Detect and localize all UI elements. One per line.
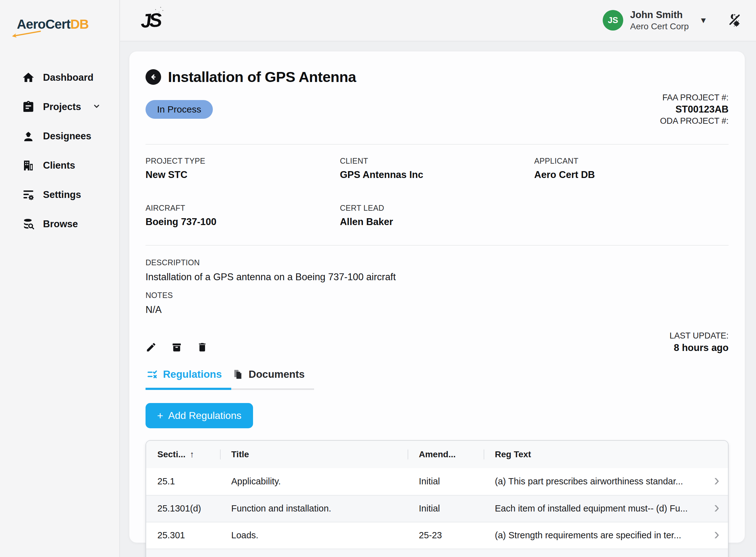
cell-reg-text: Each item of installed equipment must-- … [484,503,705,514]
content-area: Installation of GPS Antenna In Process F… [120,41,756,557]
sidebar-item-browse[interactable]: Browse [0,209,119,239]
cell-amendment: Initial [407,476,484,487]
field-label: APPLICANT [534,156,729,166]
notes-block: NOTES N/A [146,291,729,316]
column-header-reg-text[interactable]: Reg Text [484,449,705,460]
theme-toggle-icon[interactable] [727,12,742,28]
sidebar-item-label: Dashboard [43,72,93,83]
regulations-table: Secti...↑ Title Amend... Reg Text 25.1 A… [146,440,729,557]
description-label: DESCRIPTION [146,258,729,267]
column-header-title[interactable]: Title [220,449,407,460]
chevron-right-icon[interactable]: › [705,534,728,537]
tab-bar: Regulations Documents [146,369,314,390]
back-arrow-icon [149,72,158,81]
faa-project-number: ST00123AB [660,103,729,116]
cell-title: Applicability. [220,476,407,487]
field-label: AIRCRAFT [146,204,340,212]
table-row[interactable]: 25.303 Factor of safety. 25-23 Unless ot… [146,549,728,557]
field-value: Boeing 737-100 [146,216,340,228]
project-details-grid: PROJECT TYPE New STC CLIENT GPS Antennas… [146,156,729,228]
sidebar-item-dashboard[interactable]: Dashboard [0,63,119,92]
cell-title: Loads. [220,530,407,540]
field-value: New STC [146,169,340,180]
sidebar-item-label: Designees [43,130,91,142]
clipboard-icon [22,100,35,114]
field-aircraft: AIRCRAFT Boeing 737-100 [146,204,340,228]
field-client: CLIENT GPS Antennas Inc [340,156,535,180]
app-logo: AeroCertDB [0,17,119,32]
sidebar-item-projects[interactable]: Projects [0,92,119,122]
cell-reg-text: (a) Strength requirements are specified … [484,530,705,540]
tab-label: Regulations [163,369,222,380]
description-text: Installation of a GPS antenna on a Boein… [146,271,729,283]
divider [146,245,729,245]
faa-project-label: FAA PROJECT #: [660,92,729,103]
add-regulations-label: Add Regulations [168,410,242,421]
brand-name-secondary: DB [70,17,89,31]
project-numbers: FAA PROJECT #: ST00123AB ODA PROJECT #: [660,92,729,126]
building-icon [22,159,35,172]
regulations-checklist-icon [147,369,158,380]
chevron-right-icon[interactable]: › [705,507,728,510]
sidebar-item-label: Projects [43,101,81,113]
description-block: DESCRIPTION Installation of a GPS antenn… [146,258,729,283]
delete-button[interactable] [196,342,208,354]
avatar[interactable]: JS [603,10,623,31]
field-cert-lead: CERT LEAD Allen Baker [340,204,535,228]
notes-label: NOTES [146,291,729,300]
trash-icon [196,342,208,353]
field-label: PROJECT TYPE [146,156,340,166]
last-update-value: 8 hours ago [669,342,729,354]
chevron-right-icon[interactable]: › [705,480,728,483]
sidebar-item-label: Clients [43,160,75,171]
sidebar-item-label: Browse [43,218,78,230]
sidebar-item-settings[interactable]: Settings [0,180,119,209]
documents-icon [233,369,244,380]
cell-amendment: Initial [407,503,484,514]
user-menu-caret-icon[interactable]: ▼ [699,16,707,25]
user-company: Aero Cert Corp [630,22,689,31]
back-button[interactable] [146,69,161,85]
archive-button[interactable] [171,342,182,354]
main-area: JS JS John Smith Aero Cert Corp ▼ [120,0,756,557]
last-update-label: LAST UPDATE: [669,330,729,341]
divider [146,144,729,145]
cell-section: 25.1 [146,476,220,487]
sidebar-item-designees[interactable]: Designees [0,122,119,151]
cell-title: Function and installation. [220,503,407,514]
tab-label: Documents [249,369,305,380]
plus-icon: + [157,410,163,422]
add-regulations-button[interactable]: + Add Regulations [146,403,253,428]
status-badge: In Process [146,100,213,119]
edit-button[interactable] [146,342,157,354]
page-title: Installation of GPS Antenna [168,68,356,85]
topbar-right: JS John Smith Aero Cert Corp ▼ [603,9,750,32]
sidebar-nav: Dashboard Projects [0,63,119,239]
brand-name-primary: AeroCert [17,17,70,31]
cell-section: 25.301 [146,530,220,540]
table-row[interactable]: 25.301 Loads. 25-23 (a) Strength require… [146,522,728,549]
column-header-amendment[interactable]: Amend... [407,449,484,460]
tab-regulations[interactable]: Regulations [146,369,231,390]
tab-documents[interactable]: Documents [231,369,314,390]
sidebar: AeroCertDB Dashboard Projects [0,0,120,557]
field-value: GPS Antennas Inc [340,169,535,180]
sidebar-item-label: Settings [43,189,81,200]
field-project-type: PROJECT TYPE New STC [146,156,340,180]
user-block: John Smith Aero Cert Corp [630,9,689,32]
topbar: JS JS John Smith Aero Cert Corp ▼ [120,0,756,41]
field-value: Aero Cert DB [534,169,729,180]
home-icon [22,71,35,84]
table-row[interactable]: 25.1301(d) Function and installation. In… [146,495,728,522]
database-search-icon [22,217,35,231]
table-row[interactable]: 25.1 Applicability. Initial (a) This par… [146,468,728,495]
cell-section: 25.1301(d) [146,503,220,514]
column-header-section[interactable]: Secti...↑ [146,449,220,460]
sidebar-item-clients[interactable]: Clients [0,151,119,180]
pencil-icon [146,342,157,353]
app-root: AeroCertDB Dashboard Projects [0,0,756,557]
chevron-down-icon[interactable] [93,102,101,112]
cell-reg-text: (a) This part prescribes airworthiness s… [484,476,705,487]
sort-ascending-icon: ↑ [190,449,194,459]
worker-icon [22,130,35,143]
